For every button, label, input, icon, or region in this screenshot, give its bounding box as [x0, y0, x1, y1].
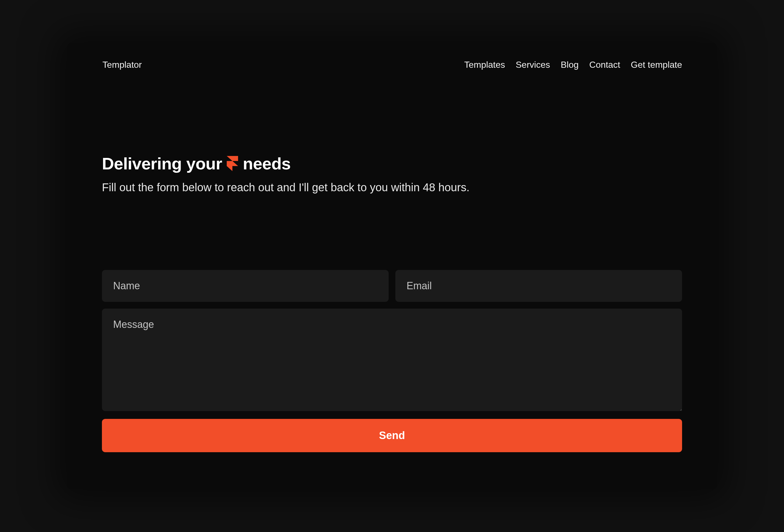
brand-logo[interactable]: Templator — [103, 60, 142, 70]
hero-subtitle: Fill out the form below to reach out and… — [102, 181, 682, 194]
nav-contact[interactable]: Contact — [589, 60, 620, 70]
hero-title: Delivering your needs — [102, 154, 682, 173]
name-input[interactable] — [102, 270, 389, 302]
form-row-top — [102, 270, 682, 302]
nav-get-template[interactable]: Get template — [631, 60, 682, 70]
email-input[interactable] — [395, 270, 682, 302]
main-nav: Templates Services Blog Contact Get temp… — [464, 60, 682, 70]
hero-title-pre: Delivering your — [102, 154, 222, 173]
nav-templates[interactable]: Templates — [464, 60, 505, 70]
send-button[interactable]: Send — [102, 419, 682, 452]
contact-form: Send — [102, 270, 682, 452]
hero-section: Delivering your needs Fill out the form … — [102, 154, 682, 194]
header: Templator Templates Services Blog Contac… — [102, 60, 682, 70]
page-card: Templator Templates Services Blog Contac… — [67, 43, 717, 489]
message-textarea[interactable] — [102, 309, 682, 411]
hero-title-post: needs — [243, 154, 291, 173]
nav-services[interactable]: Services — [516, 60, 550, 70]
nav-blog[interactable]: Blog — [561, 60, 579, 70]
page-background: Templator Templates Services Blog Contac… — [0, 0, 784, 532]
framer-icon — [226, 156, 238, 171]
